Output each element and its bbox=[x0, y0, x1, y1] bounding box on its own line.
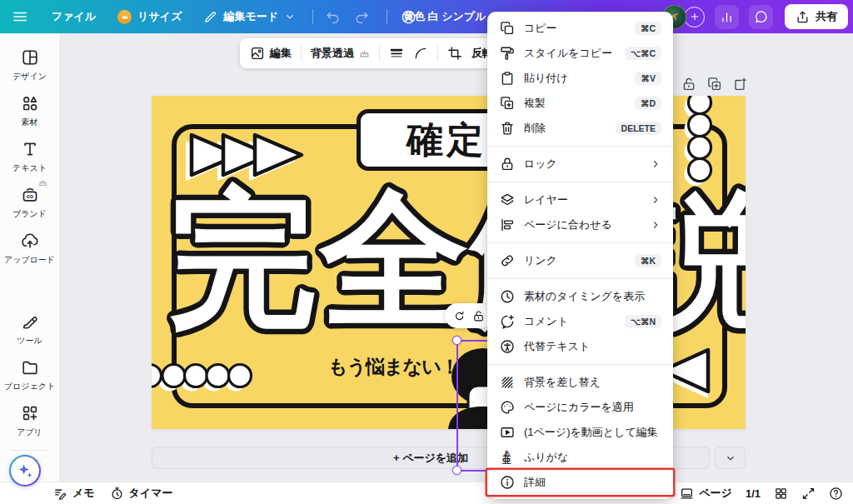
add-member-button[interactable] bbox=[684, 7, 705, 27]
add-page-icon[interactable] bbox=[733, 77, 748, 92]
sidebar-item-uploads[interactable]: アップロード bbox=[0, 232, 59, 266]
fit-page-icon bbox=[499, 217, 515, 233]
sidebar-item-label: ブランド bbox=[12, 208, 47, 220]
fullscreen-button[interactable] bbox=[801, 487, 816, 501]
context-menu-item-edit-as-video[interactable]: (1ページ)を動画として編集 bbox=[487, 420, 673, 445]
sidebar-item-text[interactable]: テキスト bbox=[0, 140, 59, 174]
context-menu-item-duplicate[interactable]: 複製 ⌘D bbox=[487, 91, 673, 116]
pages-button[interactable]: ページ bbox=[680, 486, 732, 501]
line-weight-icon bbox=[389, 46, 404, 61]
line-weight-button[interactable] bbox=[389, 46, 404, 61]
crop-button[interactable] bbox=[447, 46, 462, 61]
context-menu-item-delete[interactable]: 削除 DELETE bbox=[487, 116, 673, 141]
redo-button[interactable] bbox=[354, 9, 370, 25]
palette-icon bbox=[499, 400, 515, 416]
insights-button[interactable] bbox=[715, 5, 739, 29]
context-menu-item-details[interactable]: 詳細 bbox=[487, 470, 673, 495]
sidebar-item-elements[interactable]: 素材 bbox=[0, 94, 59, 128]
context-menu-item-label: 削除 bbox=[524, 121, 546, 136]
shortcut-badge: ⌥⌘C bbox=[625, 47, 661, 60]
sparkle-icon bbox=[16, 462, 34, 480]
toolbar-divider bbox=[437, 45, 438, 62]
chevron-right-icon bbox=[650, 158, 661, 170]
unlock-icon[interactable] bbox=[681, 77, 696, 92]
pages-icon bbox=[680, 487, 694, 501]
tagline-text[interactable]: もう悩まない！ bbox=[328, 354, 459, 380]
selection-edge[interactable] bbox=[456, 341, 458, 472]
context-menu-item-copy[interactable]: コピー ⌘C bbox=[487, 16, 673, 41]
notes-button[interactable]: メモ bbox=[53, 486, 95, 501]
sidebar-item-label: プロジェクト bbox=[4, 381, 55, 392]
sidebar-item-brand[interactable]: co ブランド bbox=[0, 186, 59, 220]
help-icon bbox=[829, 487, 843, 501]
paste-icon bbox=[499, 71, 515, 87]
toolbar-divider bbox=[379, 45, 380, 62]
context-menu-item-link[interactable]: リンク ⌘K bbox=[487, 248, 673, 273]
context-menu-item-fit-to-page[interactable]: ページに合わせる bbox=[487, 212, 673, 237]
stripes-icon bbox=[499, 375, 515, 391]
lock-icon bbox=[499, 157, 515, 172]
edit-mode-dropdown[interactable]: 編集モード bbox=[203, 9, 296, 24]
sidebar-item-design[interactable]: デザイン bbox=[0, 48, 59, 82]
layers-icon bbox=[499, 192, 515, 208]
menu-divider bbox=[487, 182, 673, 182]
selection-handle[interactable] bbox=[452, 466, 461, 475]
hamburger-menu-icon[interactable] bbox=[12, 8, 28, 25]
plus-icon bbox=[689, 11, 701, 22]
context-menu-item-layers[interactable]: レイヤー bbox=[487, 187, 673, 212]
context-menu-item-paste[interactable]: 貼り付け ⌘V bbox=[487, 66, 673, 91]
context-menu-item-furigana[interactable]: あ亜 ふりがな bbox=[487, 445, 673, 470]
context-menu-item-label: 複製 bbox=[524, 96, 546, 111]
rotate-icon[interactable] bbox=[453, 310, 466, 322]
grid-view-button[interactable] bbox=[774, 487, 788, 501]
speech-bubble-icon bbox=[754, 10, 768, 24]
sidebar-item-tools[interactable]: ツール bbox=[0, 312, 59, 347]
menu-divider bbox=[487, 364, 673, 365]
context-menu-item-replace-background[interactable]: 背景を差し替え bbox=[487, 370, 673, 395]
share-button[interactable]: 共有 bbox=[785, 4, 848, 29]
file-menu-button[interactable]: ファイル bbox=[52, 9, 96, 24]
context-menu-item-label: 素材のタイミングを表示 bbox=[524, 289, 645, 304]
copy-icon bbox=[499, 21, 515, 37]
context-menu-item-apply-color[interactable]: ページにカラーを適用 bbox=[487, 395, 673, 420]
resize-button[interactable]: リサイズ bbox=[117, 9, 182, 24]
undo-button[interactable] bbox=[325, 9, 341, 25]
crown-icon bbox=[359, 48, 370, 59]
document-title[interactable]: 黄色 白 シンプル bbox=[403, 0, 486, 33]
edit-image-button[interactable]: 編集 bbox=[250, 46, 292, 61]
context-menu-item-label: リンク bbox=[524, 253, 557, 268]
context-menu-item-label: ロック bbox=[524, 157, 557, 172]
tools-icon bbox=[21, 312, 39, 331]
context-menu-item-alt-text[interactable]: 代替テキスト bbox=[487, 334, 673, 359]
topbar-divider bbox=[312, 9, 313, 24]
context-menu-item-label: ページに合わせる bbox=[524, 217, 612, 232]
collapse-page-button[interactable] bbox=[715, 447, 746, 469]
context-menu-item-lock[interactable]: ロック bbox=[487, 152, 673, 177]
sidebar-item-label: テキスト bbox=[12, 162, 47, 174]
text-icon bbox=[21, 140, 39, 158]
comments-button[interactable] bbox=[749, 5, 773, 29]
sidebar-item-apps[interactable]: アプリ bbox=[0, 404, 59, 438]
curve-button[interactable] bbox=[413, 46, 428, 61]
duplicate-page-icon[interactable] bbox=[707, 77, 722, 92]
magic-assistant-button[interactable] bbox=[9, 455, 41, 487]
sidebar-item-label: デザイン bbox=[12, 71, 47, 82]
accessibility-icon bbox=[499, 339, 515, 355]
context-menu-item-label: 詳細 bbox=[524, 475, 546, 490]
pages-label: ページ bbox=[699, 486, 732, 501]
lock-icon[interactable] bbox=[472, 310, 485, 322]
context-menu-item-show-timing[interactable]: 素材のタイミングを表示 bbox=[487, 284, 673, 309]
notes-label: メモ bbox=[72, 486, 95, 501]
background-remove-button[interactable]: 背景透過 bbox=[311, 46, 370, 61]
chevron-right-icon bbox=[650, 219, 661, 231]
paint-roller-icon bbox=[499, 46, 515, 62]
timer-button[interactable]: タイマー bbox=[110, 486, 173, 501]
chevron-right-icon bbox=[650, 194, 661, 206]
help-button[interactable] bbox=[829, 487, 843, 501]
design-icon bbox=[21, 48, 39, 67]
context-menu-item-copy-style[interactable]: スタイルをコピー ⌥⌘C bbox=[487, 41, 673, 66]
selection-handle[interactable] bbox=[452, 336, 461, 345]
sidebar-item-projects[interactable]: プロジェクト bbox=[0, 358, 59, 392]
context-menu-item-comment[interactable]: コメント ⌥⌘N bbox=[487, 309, 673, 334]
trash-icon bbox=[499, 121, 515, 137]
